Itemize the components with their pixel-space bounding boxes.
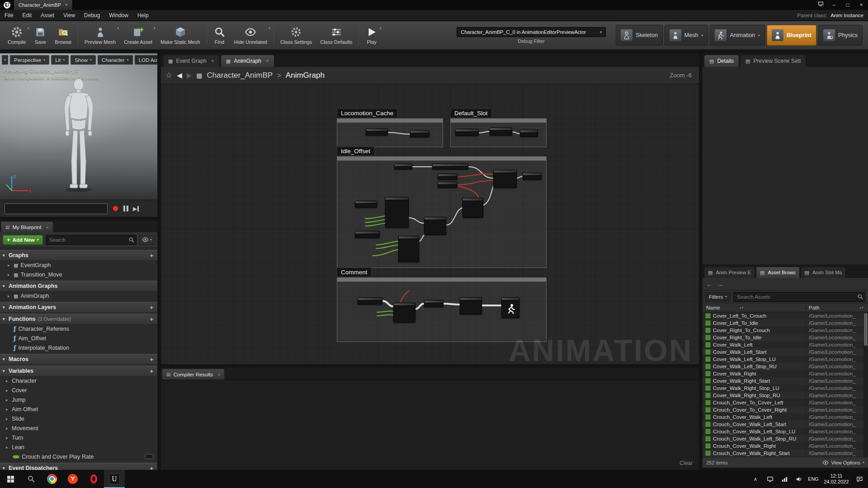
debug-filter-select[interactable]: Character_AnimBP_C_0 in AnimationEditorP… xyxy=(457,27,606,37)
chevron-down-icon[interactable]: ▾ xyxy=(269,26,270,30)
maximize-button[interactable]: □ xyxy=(841,0,854,10)
add-button[interactable]: + xyxy=(150,316,153,323)
asset-row[interactable]: Cover_Right_To_Idle /Game/Locomotion_ xyxy=(703,334,868,341)
forward-button[interactable]: ▶ xyxy=(187,71,192,80)
add-button[interactable]: + xyxy=(150,252,153,259)
column-header-name[interactable]: Name ▲▼ xyxy=(703,305,806,310)
viewport-toolbar-button[interactable]: Perspective ▾ xyxy=(10,55,49,65)
tree-item[interactable]: Variables + xyxy=(0,366,157,376)
window-tab[interactable]: Character_AnimBP × xyxy=(14,0,73,10)
comment-header[interactable] xyxy=(451,119,546,123)
viewport-3d-view[interactable]: ▾ Perspective ▾ Lit ▾ xyxy=(0,53,157,200)
comment-header[interactable] xyxy=(337,278,546,282)
expander-caret-icon[interactable] xyxy=(6,388,12,393)
viewport-toolbar-button[interactable]: Character ▾ xyxy=(98,55,133,65)
opera-icon[interactable] xyxy=(83,470,104,488)
tree-item[interactable]: Animation Graphs + xyxy=(0,281,157,291)
asset-row[interactable]: Cover_Walk_Left_Stop_RU /Game/Locomotion… xyxy=(703,363,868,370)
viewport-toolbar-button[interactable]: LOD Auto ▾ xyxy=(135,55,157,65)
expander-caret-icon[interactable] xyxy=(6,379,12,383)
chevron-down-icon[interactable]: ▾ xyxy=(27,26,29,30)
expander-caret-icon[interactable] xyxy=(6,445,12,450)
expander-caret-icon[interactable] xyxy=(3,466,9,470)
tree-item[interactable]: Aim Offset + xyxy=(0,404,157,414)
asset-row[interactable]: Crouch_Cover_Walk_Left_Stop_LU /Game/Loc… xyxy=(703,428,868,435)
viewport-toolbar-button[interactable]: Lit ▾ xyxy=(51,55,69,65)
expander-caret-icon[interactable] xyxy=(3,317,9,321)
add-button[interactable]: + xyxy=(150,465,153,470)
tab-compiler-results[interactable]: ▤ Compiler Results × xyxy=(162,369,225,380)
graph-node[interactable] xyxy=(410,130,429,137)
tree-item[interactable]: Turn + xyxy=(0,433,157,442)
tray-expand-icon[interactable]: ∧ xyxy=(749,470,762,488)
history-back-button[interactable]: ← xyxy=(706,281,712,288)
menu-item[interactable]: Debug xyxy=(80,10,104,21)
expander-caret-icon[interactable] xyxy=(6,417,12,421)
feedback-icon[interactable] xyxy=(814,0,827,10)
tree-item[interactable]: Transition_Move + xyxy=(0,270,157,279)
variable-type-widget[interactable] xyxy=(145,454,153,459)
editor-mode-button[interactable]: Skeleton ▾ xyxy=(616,25,663,46)
comment-header[interactable] xyxy=(337,119,443,123)
toolbar-button[interactable]: Find ▾ xyxy=(209,23,230,48)
comment-label[interactable]: Idle_Offset xyxy=(337,146,374,156)
parent-class-value[interactable]: Anim Instance xyxy=(830,13,863,18)
editor-mode-button[interactable]: Mesh ▾ xyxy=(665,25,708,46)
expander-caret-icon[interactable] xyxy=(3,284,9,288)
close-button[interactable]: × xyxy=(854,0,868,10)
history-forward-button[interactable]: → xyxy=(717,281,723,288)
graph-node[interactable] xyxy=(493,170,517,188)
graph-node-play-animation[interactable] xyxy=(501,297,519,318)
toolbar-button[interactable]: Class Settings ▾ xyxy=(276,23,316,48)
toolbar-button[interactable]: Play ▾ xyxy=(361,23,382,48)
asset-browser-tab[interactable]: ▤ Anim Preview E xyxy=(704,267,755,278)
graph-canvas[interactable]: ANIMATION Locomotion_Cache Default_Slot … xyxy=(161,84,699,364)
menu-item[interactable]: File xyxy=(0,10,18,21)
chevron-down-icon[interactable]: ▾ xyxy=(379,26,381,30)
monitor-icon[interactable] xyxy=(763,470,777,488)
tree-item[interactable]: Slide + xyxy=(0,414,157,423)
language-indicator[interactable]: ENG xyxy=(807,470,820,488)
expander-caret-icon[interactable] xyxy=(3,369,9,373)
chevron-down-icon[interactable]: ▾ xyxy=(117,26,119,30)
chevron-down-icon[interactable]: ▾ xyxy=(154,26,156,30)
asset-search-input[interactable] xyxy=(733,292,865,302)
expander-caret-icon[interactable] xyxy=(6,398,12,402)
expander-caret-icon[interactable] xyxy=(8,272,14,277)
graph-node[interactable] xyxy=(424,300,443,307)
toolbar-button[interactable]: Save ▾ xyxy=(30,23,51,48)
tree-item[interactable]: Aim_Offset + xyxy=(0,333,157,343)
asset-browser-tab[interactable]: ▤ Asset Brows xyxy=(756,267,800,278)
breadcrumb-root[interactable]: Character_AnimBP xyxy=(207,71,273,80)
scrollbar[interactable] xyxy=(863,312,868,457)
tree-item[interactable]: Character_Referens + xyxy=(0,324,157,333)
asset-row[interactable]: Cover_Walk_Left_Start /Game/Locomotion_ xyxy=(703,348,868,356)
graph-node[interactable] xyxy=(366,128,388,136)
menu-item[interactable]: Asset xyxy=(36,10,59,21)
clear-button[interactable]: Clear xyxy=(679,460,693,466)
tree-item[interactable]: Graphs + xyxy=(0,250,157,260)
preview-mannequin[interactable] xyxy=(52,75,106,193)
toolbar-button[interactable]: Browse ▾ xyxy=(51,23,75,48)
graph-node[interactable] xyxy=(490,127,512,136)
back-button[interactable]: ◀ xyxy=(177,71,182,80)
graph-node[interactable] xyxy=(394,164,412,169)
tree-item[interactable]: Crouch and Cover Play Rate + xyxy=(0,452,157,461)
unreal-engine-taskbar-icon[interactable]: U xyxy=(104,470,125,488)
menu-item[interactable]: Help xyxy=(133,10,153,21)
tree-item[interactable]: AnimGraph + xyxy=(0,291,157,300)
graph-node[interactable] xyxy=(462,198,483,218)
toolbar-button[interactable]: Compile ▾ xyxy=(4,23,30,48)
menu-item[interactable]: Edit xyxy=(18,10,36,21)
tree-item[interactable]: Cover + xyxy=(0,385,157,395)
taskbar-search-button[interactable] xyxy=(21,470,42,488)
details-panel-tab[interactable]: ▤ Details xyxy=(704,55,739,67)
toolbar-button[interactable]: ▾ xyxy=(78,25,78,45)
close-icon[interactable]: × xyxy=(217,372,220,377)
graph-node[interactable] xyxy=(355,201,377,208)
expander-caret-icon[interactable] xyxy=(6,407,12,412)
window-tab-close-icon[interactable]: × xyxy=(65,2,68,8)
favorite-star-icon[interactable]: ☆ xyxy=(165,70,172,80)
graph-node[interactable] xyxy=(520,130,538,137)
tree-item[interactable]: Animation Layers + xyxy=(0,302,157,312)
